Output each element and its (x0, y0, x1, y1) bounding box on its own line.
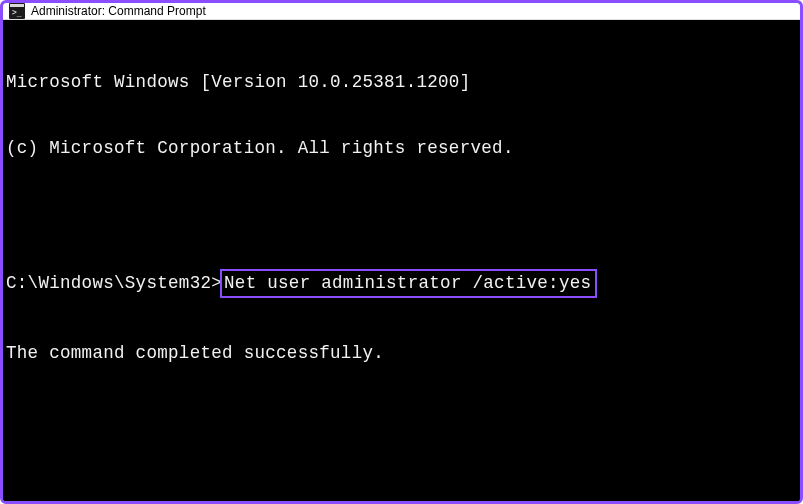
banner-line: (c) Microsoft Corporation. All rights re… (6, 137, 797, 159)
cmd-app-icon: >_ (9, 3, 25, 19)
prompt-line: C:\Windows\System32>Net user administrat… (6, 269, 797, 298)
entered-command: Net user administrator /active:yes (224, 273, 591, 293)
command-prompt-window: >_ Administrator: Command Prompt Microso… (0, 0, 803, 504)
blank-line (6, 408, 797, 430)
svg-text:>_: >_ (12, 8, 22, 17)
blank-line (6, 474, 797, 496)
svg-rect-1 (10, 4, 24, 7)
window-title: Administrator: Command Prompt (31, 4, 206, 18)
banner-line: Microsoft Windows [Version 10.0.25381.12… (6, 71, 797, 93)
entered-command-highlight: Net user administrator /active:yes (220, 269, 597, 298)
blank-line (6, 203, 797, 225)
titlebar[interactable]: >_ Administrator: Command Prompt (3, 3, 800, 20)
prompt-path: C:\Windows\System32> (6, 273, 222, 293)
result-line: The command completed successfully. (6, 342, 797, 364)
terminal-output[interactable]: Microsoft Windows [Version 10.0.25381.12… (3, 20, 800, 504)
